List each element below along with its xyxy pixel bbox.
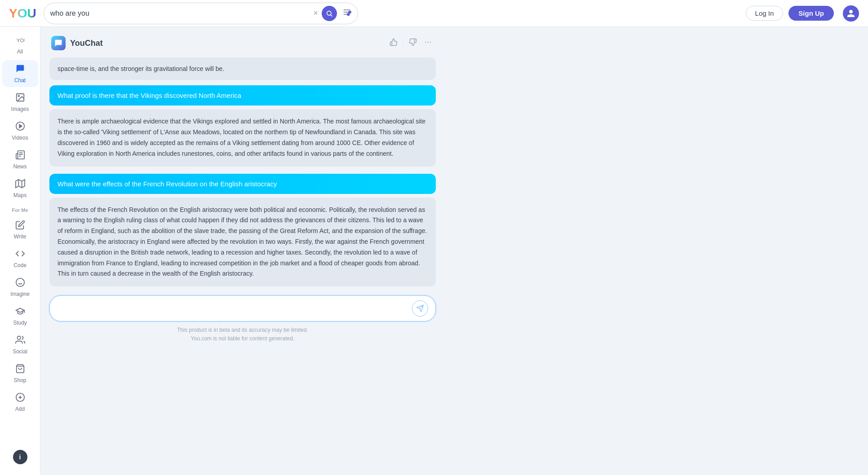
svg-point-9 <box>18 95 19 97</box>
sidebar: YOU All Chat Images <box>0 27 40 475</box>
search-bar: × <box>44 3 358 24</box>
chat-icon <box>15 64 25 76</box>
chat-actions <box>388 36 434 50</box>
sidebar-item-label: Write <box>14 233 27 240</box>
all-icon: YOU <box>16 36 25 47</box>
sidebar-item-shop[interactable]: Shop <box>2 360 38 387</box>
sidebar-item-label: Imagine <box>10 291 30 297</box>
youchat-logo <box>51 36 66 50</box>
sidebar-item-chat[interactable]: Chat <box>2 60 38 87</box>
chat-header-left: YouChat <box>51 36 103 50</box>
svg-point-28 <box>430 41 431 42</box>
for-me-label: For Me <box>2 207 38 213</box>
shop-icon <box>15 364 25 376</box>
svg-point-6 <box>347 13 350 16</box>
main-content: YouChat <box>40 27 445 475</box>
videos-icon <box>15 121 25 133</box>
chat-title: YouChat <box>70 39 103 48</box>
add-icon <box>15 392 25 405</box>
sidebar-item-all[interactable]: YOU All <box>2 32 38 58</box>
sidebar-item-label: Add <box>15 406 25 412</box>
sidebar-item-code[interactable]: Code <box>2 245 38 272</box>
chat-input[interactable] <box>57 305 407 312</box>
sidebar-item-label: Social <box>13 348 27 355</box>
svg-point-27 <box>428 41 429 42</box>
svg-line-1 <box>331 15 332 16</box>
question-bubble-1: What proof is there that the Vikings dis… <box>49 85 436 106</box>
sidebar-item-label: Images <box>11 106 29 112</box>
truncated-message: space-time is, and the stronger its grav… <box>49 57 436 80</box>
sidebar-item-label: News <box>13 163 27 170</box>
svg-point-18 <box>16 278 24 286</box>
sidebar-bottom: i <box>13 450 27 470</box>
disclaimer-line1: This product is in beta and its accuracy… <box>177 327 308 333</box>
sidebar-item-label: Maps <box>13 192 27 198</box>
sidebar-item-label: All <box>17 48 23 55</box>
svg-marker-15 <box>15 180 24 188</box>
svg-point-26 <box>425 41 426 42</box>
divider <box>403 39 403 48</box>
more-button[interactable] <box>422 36 434 50</box>
sidebar-item-label: Videos <box>12 135 28 141</box>
sidebar-item-label: Code <box>13 262 27 268</box>
sidebar-item-videos[interactable]: Videos <box>2 118 38 145</box>
signup-button[interactable]: Sign Up <box>788 6 834 21</box>
app-layout: YOU All Chat Images <box>0 27 868 475</box>
images-icon <box>15 92 25 105</box>
write-icon <box>15 220 25 232</box>
filter-button[interactable] <box>342 8 351 19</box>
send-button[interactable] <box>412 300 428 317</box>
sidebar-item-add[interactable]: Add <box>2 389 38 416</box>
disclaimer: This product is in beta and its accuracy… <box>49 326 436 343</box>
sidebar-item-write[interactable]: Write <box>2 216 38 243</box>
answer-bubble-1: There is ample archaeological evidence t… <box>49 109 436 166</box>
disclaimer-line2: You.com is not liable for content genera… <box>191 335 294 342</box>
svg-text:YOU: YOU <box>16 37 24 43</box>
social-icon <box>15 335 25 347</box>
logo: YOU <box>9 6 36 21</box>
search-input[interactable] <box>50 9 310 18</box>
sidebar-item-study[interactable]: Study <box>2 303 38 330</box>
svg-point-5 <box>349 11 351 13</box>
sidebar-item-maps[interactable]: Maps <box>2 175 38 202</box>
question-bubble-2: What were the effects of the French Revo… <box>49 174 436 194</box>
svg-point-21 <box>17 336 20 339</box>
header: YOU × Log In Sign Up <box>0 0 868 27</box>
news-icon <box>15 150 25 162</box>
answer-bubble-2: The effects of the French Revolution on … <box>49 198 436 287</box>
sidebar-item-label: Shop <box>13 377 26 383</box>
login-button[interactable]: Log In <box>746 6 784 21</box>
imagine-icon <box>15 277 25 290</box>
info-button[interactable]: i <box>13 450 27 464</box>
sidebar-item-news[interactable]: News <box>2 146 38 173</box>
svg-marker-11 <box>19 124 22 128</box>
sidebar-item-social[interactable]: Social <box>2 331 38 358</box>
study-icon <box>15 306 25 318</box>
search-button[interactable] <box>322 6 337 21</box>
thumbup-button[interactable] <box>388 36 399 50</box>
sidebar-item-images[interactable]: Images <box>2 89 38 116</box>
chat-input-area <box>49 295 436 321</box>
sidebar-item-imagine[interactable]: Imagine <box>2 274 38 301</box>
clear-icon[interactable]: × <box>313 9 318 18</box>
avatar-button[interactable] <box>843 5 859 22</box>
code-icon <box>15 249 25 261</box>
chat-header: YouChat <box>49 36 436 50</box>
sidebar-item-label: Chat <box>14 77 26 84</box>
sidebar-item-label: Study <box>13 320 27 326</box>
maps-icon <box>15 179 25 191</box>
thumbdown-button[interactable] <box>407 36 419 50</box>
